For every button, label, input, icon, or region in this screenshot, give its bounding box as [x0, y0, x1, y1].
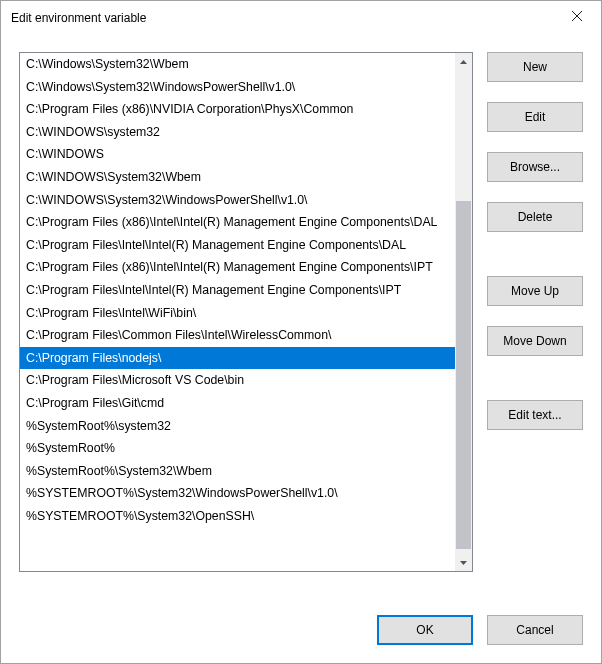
- window-title: Edit environment variable: [11, 11, 555, 25]
- list-item[interactable]: C:\Program Files (x86)\NVIDIA Corporatio…: [20, 98, 455, 121]
- list-item[interactable]: %SystemRoot%\System32\Wbem: [20, 460, 455, 483]
- path-listbox[interactable]: C:\Windows\System32\WbemC:\Windows\Syste…: [19, 52, 473, 572]
- close-button[interactable]: [555, 2, 599, 30]
- list-item[interactable]: C:\Windows\System32\Wbem: [20, 53, 455, 76]
- close-icon: [572, 11, 582, 21]
- list-item[interactable]: C:\WINDOWS\System32\Wbem: [20, 166, 455, 189]
- cancel-button[interactable]: Cancel: [487, 615, 583, 645]
- side-buttons: New Edit Browse... Delete Move Up Move D…: [487, 52, 583, 593]
- edit-env-dialog: Edit environment variable C:\Windows\Sys…: [0, 0, 602, 664]
- dialog-content: C:\Windows\System32\WbemC:\Windows\Syste…: [1, 34, 601, 663]
- list-item[interactable]: C:\Program Files (x86)\Intel\Intel(R) Ma…: [20, 256, 455, 279]
- ok-button[interactable]: OK: [377, 615, 473, 645]
- list-item[interactable]: C:\Windows\System32\WindowsPowerShell\v1…: [20, 76, 455, 99]
- path-list-inner: C:\Windows\System32\WbemC:\Windows\Syste…: [20, 53, 455, 571]
- chevron-down-icon: [460, 561, 467, 565]
- list-item[interactable]: C:\Program Files\Intel\Intel(R) Manageme…: [20, 279, 455, 302]
- list-item[interactable]: C:\Program Files\Git\cmd: [20, 392, 455, 415]
- list-item[interactable]: C:\Program Files (x86)\Intel\Intel(R) Ma…: [20, 211, 455, 234]
- list-item[interactable]: C:\Program Files\Intel\WiFi\bin\: [20, 302, 455, 325]
- scroll-down-button[interactable]: [455, 554, 472, 571]
- list-item[interactable]: %SYSTEMROOT%\System32\WindowsPowerShell\…: [20, 482, 455, 505]
- list-item[interactable]: C:\WINDOWS\System32\WindowsPowerShell\v1…: [20, 189, 455, 212]
- dialog-buttons: OK Cancel: [19, 593, 583, 645]
- list-item[interactable]: %SystemRoot%: [20, 437, 455, 460]
- list-item[interactable]: %SYSTEMROOT%\System32\OpenSSH\: [20, 505, 455, 528]
- delete-button[interactable]: Delete: [487, 202, 583, 232]
- new-button[interactable]: New: [487, 52, 583, 82]
- list-item[interactable]: C:\WINDOWS\system32: [20, 121, 455, 144]
- titlebar: Edit environment variable: [1, 1, 601, 34]
- main-row: C:\Windows\System32\WbemC:\Windows\Syste…: [19, 52, 583, 593]
- list-item[interactable]: C:\Program Files\Intel\Intel(R) Manageme…: [20, 234, 455, 257]
- list-item[interactable]: C:\Program Files\Microsoft VS Code\bin: [20, 369, 455, 392]
- chevron-up-icon: [460, 60, 467, 64]
- list-item[interactable]: C:\WINDOWS: [20, 143, 455, 166]
- scroll-track[interactable]: [455, 70, 472, 554]
- move-up-button[interactable]: Move Up: [487, 276, 583, 306]
- scroll-thumb[interactable]: [456, 201, 471, 549]
- edit-button[interactable]: Edit: [487, 102, 583, 132]
- move-down-button[interactable]: Move Down: [487, 326, 583, 356]
- list-item[interactable]: C:\Program Files\Common Files\Intel\Wire…: [20, 324, 455, 347]
- edit-text-button[interactable]: Edit text...: [487, 400, 583, 430]
- list-item[interactable]: %SystemRoot%\system32: [20, 415, 455, 438]
- list-item[interactable]: C:\Program Files\nodejs\: [20, 347, 455, 370]
- scroll-up-button[interactable]: [455, 53, 472, 70]
- scrollbar[interactable]: [455, 53, 472, 571]
- browse-button[interactable]: Browse...: [487, 152, 583, 182]
